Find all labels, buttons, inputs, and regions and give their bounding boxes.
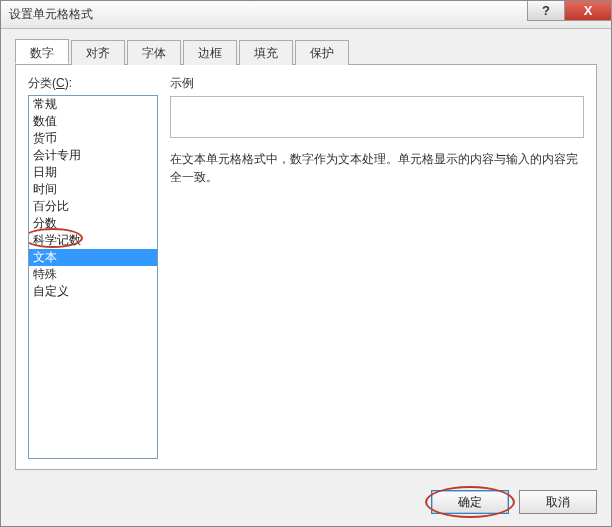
format-cells-dialog: 设置单元格格式 ? X 数字对齐字体边框填充保护 分类(C): 常规数值货币会计… bbox=[0, 0, 612, 527]
list-item[interactable]: 自定义 bbox=[29, 283, 157, 300]
list-item[interactable]: 科学记数 bbox=[29, 232, 157, 249]
list-item[interactable]: 分数 bbox=[29, 215, 157, 232]
tab-strip: 数字对齐字体边框填充保护 bbox=[15, 39, 597, 65]
list-item[interactable]: 日期 bbox=[29, 164, 157, 181]
category-label: 分类(C): bbox=[28, 75, 158, 92]
sample-label: 示例 bbox=[170, 75, 584, 92]
close-button[interactable]: X bbox=[564, 1, 612, 21]
dialog-content: 数字对齐字体边框填充保护 分类(C): 常规数值货币会计专用日期时间百分比分数科… bbox=[1, 29, 611, 480]
ok-button[interactable]: 确定 bbox=[431, 490, 509, 514]
titlebar: 设置单元格格式 ? X bbox=[1, 1, 611, 29]
ok-button-wrap: 确定 bbox=[431, 490, 509, 514]
list-item[interactable]: 特殊 bbox=[29, 266, 157, 283]
titlebar-controls: ? X bbox=[527, 1, 611, 21]
dialog-button-row: 确定 取消 bbox=[1, 480, 611, 526]
list-item[interactable]: 货币 bbox=[29, 130, 157, 147]
category-label-hotkey: C bbox=[56, 76, 65, 90]
window-title: 设置单元格格式 bbox=[9, 6, 93, 23]
tab-4[interactable]: 填充 bbox=[239, 40, 293, 65]
tab-3[interactable]: 边框 bbox=[183, 40, 237, 65]
format-description: 在文本单元格格式中，数字作为文本处理。单元格显示的内容与输入的内容完全一致。 bbox=[170, 150, 584, 186]
number-panel-row: 分类(C): 常规数值货币会计专用日期时间百分比分数科学记数文本特殊自定义 示例… bbox=[28, 75, 584, 459]
help-button[interactable]: ? bbox=[527, 1, 565, 21]
category-label-post: ): bbox=[65, 76, 72, 90]
sample-box bbox=[170, 96, 584, 138]
list-item[interactable]: 百分比 bbox=[29, 198, 157, 215]
category-listbox[interactable]: 常规数值货币会计专用日期时间百分比分数科学记数文本特殊自定义 bbox=[28, 95, 158, 459]
tab-0[interactable]: 数字 bbox=[15, 39, 69, 64]
list-item[interactable]: 数值 bbox=[29, 113, 157, 130]
tab-panel-number: 分类(C): 常规数值货币会计专用日期时间百分比分数科学记数文本特殊自定义 示例… bbox=[15, 65, 597, 470]
category-label-pre: 分类( bbox=[28, 76, 56, 90]
list-item[interactable]: 时间 bbox=[29, 181, 157, 198]
list-item[interactable]: 常规 bbox=[29, 96, 157, 113]
details-column: 示例 在文本单元格格式中，数字作为文本处理。单元格显示的内容与输入的内容完全一致… bbox=[170, 75, 584, 459]
category-column: 分类(C): 常规数值货币会计专用日期时间百分比分数科学记数文本特殊自定义 bbox=[28, 75, 158, 459]
tab-1[interactable]: 对齐 bbox=[71, 40, 125, 65]
tab-2[interactable]: 字体 bbox=[127, 40, 181, 65]
cancel-button[interactable]: 取消 bbox=[519, 490, 597, 514]
list-item[interactable]: 文本 bbox=[29, 249, 157, 266]
tab-5[interactable]: 保护 bbox=[295, 40, 349, 65]
list-item[interactable]: 会计专用 bbox=[29, 147, 157, 164]
